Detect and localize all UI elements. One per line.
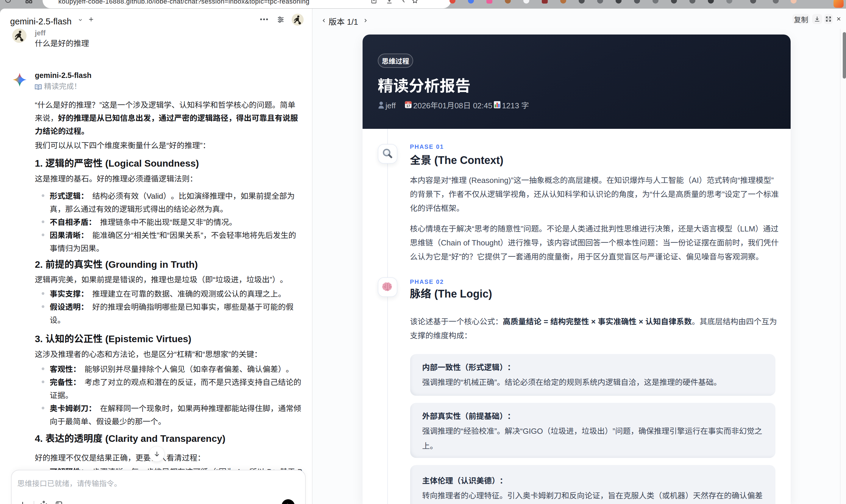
svg-text:17: 17 <box>406 104 410 108</box>
svg-text:xx: xx <box>407 102 410 104</box>
